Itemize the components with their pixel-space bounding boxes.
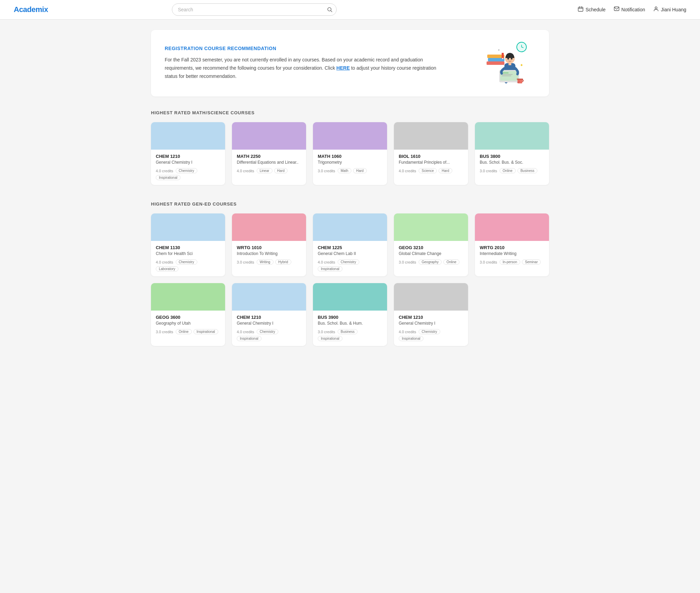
card-credits: 3.0 credits [399,260,416,264]
user-label: Jiani Huang [661,7,686,12]
card-name: Fundamental Principles of... [399,160,463,165]
banner-text: REGISTRATION COURSE RECOMMENDATION For t… [165,46,446,80]
card-code: CHEM 1130 [156,245,220,250]
card-tag: Chemistry [338,259,359,265]
course-card[interactable]: GEOG 3600Geography of Utah3.0 creditsOnl… [151,283,225,346]
card-code: BUS 3800 [480,154,544,159]
card-code: MATH 2250 [237,154,301,159]
svg-point-17 [508,58,509,60]
course-card[interactable]: CHEM 1130Chem for Health Sci4.0 creditsC… [151,213,225,276]
gen-ed-cards-row2: GEOG 3600Geography of Utah3.0 creditsOnl… [151,283,549,346]
card-name: General Chemistry I [156,160,220,165]
card-name: Bus. Schol. Bus. & Soc. [480,160,544,165]
notification-link[interactable]: Notification [614,6,645,13]
course-card[interactable]: MATH 1060Trigonometry3.0 creditsMathHard [313,122,387,185]
course-card[interactable]: CHEM 1210General Chemistry I4.0 creditsC… [394,283,468,346]
svg-rect-2 [578,7,583,11]
card-tag: Chemistry [176,168,197,173]
card-name: Intermediate Writing [480,251,544,256]
card-name: General Chemistry I [237,321,301,326]
card-code: CHEM 1210 [156,154,220,159]
svg-rect-25 [517,79,522,83]
card-tag: Inspirational [156,175,180,180]
card-meta: 4.0 creditsChemistryInspirational [156,168,220,180]
course-card[interactable]: BIOL 1610Fundamental Principles of...4.0… [394,122,468,185]
course-card[interactable]: CHEM 1210General Chemistry I4.0 creditsC… [232,283,306,346]
card-name: General Chemistry I [399,321,463,326]
recommendation-banner: REGISTRATION COURSE RECOMMENDATION For t… [151,30,549,96]
notification-icon [614,6,619,13]
card-meta: 4.0 creditsChemistryInspirational [237,329,301,341]
card-tag: Writing [257,259,273,265]
svg-rect-24 [502,75,511,76]
card-body: WRTG 1010Introduction To Writing3.0 cred… [232,241,306,269]
card-name: Differential Equations and Linear.. [237,160,301,165]
card-tag: Science [419,168,437,173]
card-credits: 3.0 credits [237,260,254,264]
course-card[interactable]: CHEM 1210General Chemistry I4.0 creditsC… [151,122,225,185]
schedule-link[interactable]: Schedule [578,6,605,13]
user-icon [653,6,659,13]
search-button[interactable] [326,5,334,14]
card-tag: Online [500,168,516,173]
user-menu[interactable]: Jiani Huang [653,6,686,13]
card-tag: Chemistry [419,329,440,334]
card-meta: 3.0 creditsBusinessInspirational [318,329,382,341]
card-code: CHEM 1210 [399,315,463,320]
course-card[interactable]: BUS 3900Bus. Schol. Bus. & Hum.3.0 credi… [313,283,387,346]
card-tag: Hard [439,168,452,173]
card-image [151,283,225,311]
card-name: General Chem Lab II [318,251,382,256]
card-image [313,122,387,150]
card-tag: Linear [257,168,272,173]
card-body: WRTG 2010Intermediate Writing3.0 credits… [475,241,549,269]
svg-line-1 [331,11,332,12]
banner-title: REGISTRATION COURSE RECOMMENDATION [165,46,446,51]
course-card[interactable]: MATH 2250Differential Equations and Line… [232,122,306,185]
card-tag: Hybrid [275,259,291,265]
card-credits: 4.0 credits [318,260,335,264]
card-meta: 4.0 creditsScienceHard [399,168,463,173]
svg-text:✦: ✦ [520,63,523,68]
navbar-actions: Schedule Notification Jiani Huang [578,6,686,13]
card-tag: Math [338,168,351,173]
card-tag: Hard [353,168,367,173]
svg-rect-26 [517,79,523,80]
course-card[interactable]: CHEM 1225General Chem Lab II4.0 creditsC… [313,213,387,276]
course-card[interactable]: WRTG 2010Intermediate Writing3.0 credits… [475,213,549,276]
svg-text:✦: ✦ [498,48,500,52]
card-credits: 4.0 credits [399,330,416,334]
course-card[interactable]: GEOG 3210Global Climate Change3.0 credit… [394,213,468,276]
card-image [394,122,468,150]
card-image [151,213,225,241]
search-input[interactable] [172,3,337,16]
card-tag: Online [176,329,192,334]
course-card[interactable]: WRTG 1010Introduction To Writing3.0 cred… [232,213,306,276]
card-tag: Business [517,168,538,173]
card-code: MATH 1060 [318,154,382,159]
card-image [475,213,549,241]
card-tag: Inspirational [237,336,261,341]
banner-link[interactable]: HERE [336,65,350,71]
card-credits: 3.0 credits [156,330,173,334]
card-meta: 4.0 creditsChemistryInspirational [318,259,382,271]
card-tag: Business [338,329,358,334]
card-image [232,283,306,311]
card-name: Bus. Schol. Bus. & Hum. [318,321,382,326]
card-image [394,213,468,241]
card-image [313,213,387,241]
card-tag: Chemistry [257,329,278,334]
course-card[interactable]: BUS 3800Bus. Schol. Bus. & Soc.3.0 credi… [475,122,549,185]
card-meta: 3.0 creditsWritingHybrid [237,259,301,265]
card-tag: Chemistry [176,259,197,265]
brand-logo[interactable]: Academix [14,5,48,14]
card-body: MATH 2250Differential Equations and Line… [232,150,306,178]
card-code: GEOG 3600 [156,315,220,320]
calendar-icon [578,6,583,13]
card-body: CHEM 1130Chem for Health Sci4.0 creditsC… [151,241,225,276]
gen-ed-section: HIGHEST RATED GEN-ED COURSES CHEM 1130Ch… [151,201,549,346]
card-name: Trigonometry [318,160,382,165]
card-body: CHEM 1210General Chemistry I4.0 creditsC… [151,150,225,185]
math-science-section: HIGHEST RATED MATH/SCIENCE COURSES CHEM … [151,110,549,185]
card-code: GEOG 3210 [399,245,463,250]
